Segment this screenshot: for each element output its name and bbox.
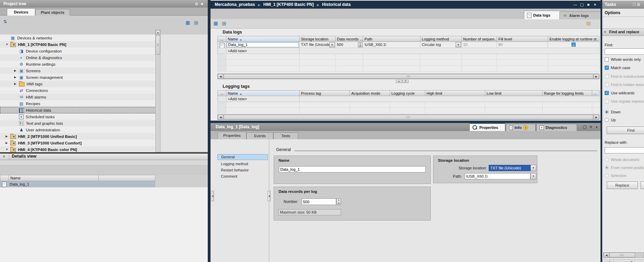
checkbox-icon[interactable]	[605, 83, 609, 87]
breadcrumb-device[interactable]: HMI_1 [KTP400 Basic PN]	[263, 2, 314, 7]
scroll-up-icon[interactable]: ▲	[156, 30, 160, 35]
scrollbar-thumb[interactable]	[224, 74, 593, 79]
chevron-down-icon[interactable]: ∨	[3, 154, 5, 158]
data-logs-hscrollbar[interactable]: ◀ ▶	[217, 74, 599, 79]
column-enable-logging-at-runtime-st[interactable]: Enable logging at runtime st..	[548, 36, 599, 42]
number-field[interactable]	[302, 198, 336, 205]
column-data-records[interactable]: Data records ...	[335, 36, 363, 42]
checkbox-icon[interactable]	[605, 91, 609, 95]
tree-item-hmi-tags[interactable]: ▶HMI tags	[0, 81, 155, 87]
scroll-left-icon[interactable]: ◀	[218, 74, 223, 79]
dropdown-icon[interactable]: ▼	[530, 173, 536, 179]
tab-info[interactable]: Info	[506, 124, 536, 131]
tree-item-hmi-1-ktp400-basic-pn[interactable]: ▼HMI_1 [KTP400 Basic PN]	[0, 41, 155, 48]
column-storage-location[interactable]: Storage location	[300, 36, 335, 42]
column-number-of-sequen[interactable]: Number of sequen...	[462, 36, 497, 42]
logging-tags-add-new-row[interactable]: <Add new>	[217, 96, 599, 102]
spinner-icon[interactable]: ▲▼	[358, 42, 362, 47]
column-low-limit[interactable]: Low limit	[485, 90, 543, 96]
tree-item-online-diagnostics[interactable]: ◐Online & diagnostics	[0, 54, 155, 61]
radio-icon[interactable]	[605, 118, 609, 122]
checkbox-icon[interactable]	[605, 99, 609, 103]
grid-view-icon[interactable]: ▦	[185, 20, 190, 25]
table-view-icon[interactable]: ▦	[213, 21, 218, 26]
partial-button[interactable]	[641, 181, 644, 189]
expander-collapsed-icon[interactable]: ▶	[14, 76, 19, 79]
dock-panel-icon[interactable]: ▥	[637, 2, 641, 6]
details-row-data-log-1[interactable]: Data_log_1	[0, 181, 155, 187]
radio-icon[interactable]	[605, 174, 609, 178]
column-selector[interactable]: ...	[217, 90, 226, 96]
languages-section-clipped[interactable]: ∨ Languages & ...	[602, 259, 644, 262]
replace-button[interactable]: Replace	[607, 181, 638, 189]
tree-item-screen-management[interactable]: ▶▣Screen management	[0, 74, 155, 81]
details-column-name[interactable]: Name	[9, 175, 99, 181]
checkbox-find-in-substructures[interactable]: Find in substructures	[605, 74, 644, 78]
expander-collapsed-icon[interactable]: ▶	[14, 82, 19, 85]
dropdown-icon[interactable]: ▼	[530, 165, 536, 171]
data-records-cell[interactable]: 500 ▲▼	[335, 42, 363, 48]
breadcrumb-page[interactable]: Historical data	[322, 2, 351, 7]
column-logging-cycle[interactable]: Logging cycle	[390, 90, 425, 96]
splitter-left-icon[interactable]: ◀	[211, 191, 214, 201]
tab-texts[interactable]: Texts	[273, 132, 298, 140]
data-logs-row[interactable]: TXT file (Unicode) ▼ 500 ▲▼ \USB_X60.1\ …	[217, 42, 599, 48]
tab-properties-sub[interactable]: Properties	[217, 132, 246, 140]
radio-icon[interactable]	[605, 158, 609, 162]
tab-plant-objects[interactable]: Plant objects	[35, 9, 70, 16]
scroll-left-icon[interactable]: ◀	[218, 115, 223, 120]
scroll-left-icon[interactable]: ◀	[604, 253, 609, 258]
tree-item-user-administration[interactable]: ♟User administration	[0, 127, 155, 133]
dropdown-icon[interactable]: ▼	[329, 42, 335, 47]
dropdown-icon[interactable]: ▼	[456, 42, 461, 47]
radio-down[interactable]: Down	[605, 110, 621, 114]
radio-from-current-position[interactable]: From current position	[605, 166, 644, 170]
tree-item-connections[interactable]: ⇄Connections	[0, 87, 155, 94]
radio-icon[interactable]	[605, 110, 609, 114]
tree-item-hmi-alarms[interactable]: ✉HMI alarms	[0, 94, 155, 100]
checkbox-find-in-hidden-texts[interactable]: Find in hidden texts	[605, 83, 644, 87]
tree-item-hmi-2-mtp1000-unified-basic[interactable]: ▶HMI_2 [MTP1000 Unified Basic]	[0, 133, 155, 140]
enable-logging-checkbox[interactable]	[572, 43, 576, 47]
radio-whole-document[interactable]: Whole document	[605, 158, 640, 162]
sort-filter-icon[interactable]: ⇅	[3, 19, 8, 24]
expander-expanded-icon[interactable]: ▼	[6, 43, 10, 46]
storage-location-cell[interactable]: TXT file (Unicode) ▼	[300, 42, 335, 48]
tree-item-historical-data[interactable]: Historical data	[0, 107, 155, 113]
column-name[interactable]: Name▲	[226, 36, 300, 42]
enable-logging-cell[interactable]	[548, 42, 599, 48]
splitter-down-icon[interactable]: ▼	[402, 80, 409, 83]
collapse-panel-icon[interactable]: ◀	[200, 2, 205, 6]
tree-item-hmi-3-mtp1000-unified-comfort[interactable]: ▶HMI_3 [MTP1000 Unified Comfort]	[0, 140, 155, 146]
checkbox-icon[interactable]	[605, 66, 609, 70]
tab-alarm-logs[interactable]: ✉ Alarm logs	[559, 11, 601, 19]
splitter-up-icon[interactable]: ▲	[396, 80, 402, 83]
storage-location-select[interactable]: TXT file (Unicode)	[489, 165, 530, 171]
scrollbar-thumb[interactable]	[609, 253, 635, 258]
expander-collapsed-icon[interactable]: ▶	[14, 69, 19, 72]
radio-icon[interactable]	[605, 166, 609, 170]
checkbox-icon[interactable]	[605, 74, 609, 78]
tree-item-hmi-4-ktp400-basic-color-pn[interactable]: ▼HMI_4 [KTP400 Basic color PN]	[0, 146, 155, 152]
tab-properties-main[interactable]: Properties	[469, 123, 505, 131]
path-cell[interactable]: \USB_X60.1\	[363, 42, 420, 48]
tree-item-devices-networks[interactable]: ▦Devices & networks	[0, 35, 155, 41]
close-icon[interactable]: ×	[592, 1, 598, 9]
panel-divider[interactable]	[208, 0, 211, 262]
float-inspector-icon[interactable]: ▢	[582, 123, 587, 131]
splitter-left-icon[interactable]: ◀	[267, 191, 271, 201]
column-name[interactable]: Name▲	[226, 90, 300, 96]
find-input[interactable]	[605, 48, 644, 55]
column-path[interactable]: Path	[363, 36, 420, 42]
fill-level-cell[interactable]: 90	[497, 42, 548, 48]
checkbox-match-case[interactable]: Match case	[605, 66, 630, 70]
expander-collapsed-icon[interactable]: ▶	[6, 141, 10, 144]
tree-item-runtime-settings[interactable]: ⚙Runtime settings	[0, 61, 155, 67]
tab-events[interactable]: Events	[246, 132, 273, 140]
tree-item-device-configuration[interactable]: ◨Device configuration	[0, 48, 155, 54]
checkbox-use-wildcards[interactable]: Use wildcards	[605, 91, 634, 95]
name-cell-input[interactable]	[227, 42, 299, 47]
find-replace-header[interactable]: ∨ Find and replace	[602, 28, 644, 36]
float-panel-icon[interactable]: ▢	[633, 2, 637, 6]
find-button[interactable]: Find	[607, 127, 644, 134]
